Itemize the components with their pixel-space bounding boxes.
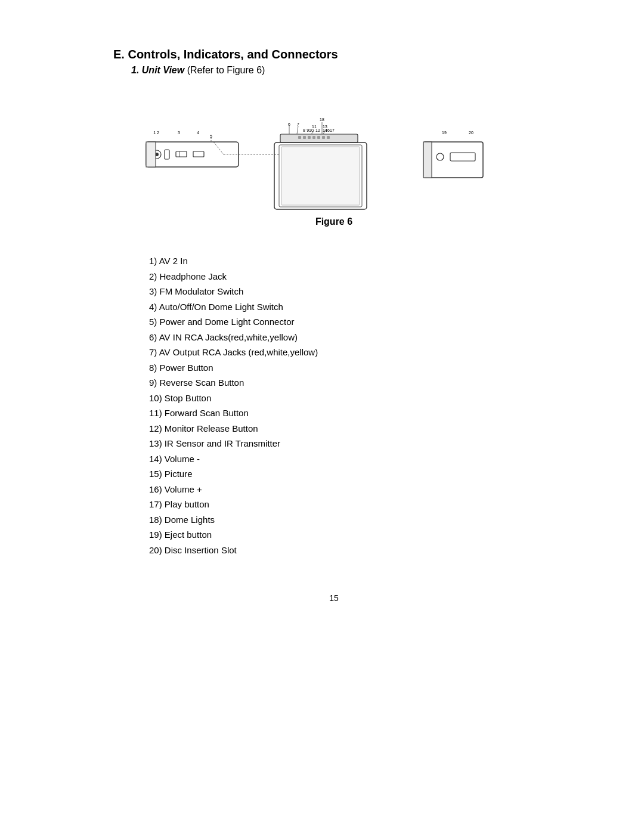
svg-text:20: 20 bbox=[469, 131, 473, 135]
svg-text:19: 19 bbox=[442, 131, 447, 135]
svg-text:1 2: 1 2 bbox=[153, 131, 159, 135]
svg-line-45 bbox=[213, 142, 224, 154]
section-title: E. Controls, Indicators, and Connectors bbox=[113, 48, 555, 61]
svg-rect-12 bbox=[146, 142, 156, 167]
list-item: 9) Reverse Scan Button bbox=[149, 375, 555, 391]
svg-line-35 bbox=[297, 126, 298, 134]
list-item: 14) Volume - bbox=[149, 451, 555, 467]
list-item: 6) AV IN RCA Jacks(red,white,yellow) bbox=[149, 330, 555, 345]
list-item: 8) Power Button bbox=[149, 360, 555, 376]
list-item: 20) Disc Insertion Slot bbox=[149, 543, 555, 558]
list-item: 17) Play button bbox=[149, 497, 555, 512]
list-item: 15) Picture bbox=[149, 466, 555, 482]
items-list: 1) AV 2 In2) Headphone Jack3) FM Modulat… bbox=[149, 253, 555, 558]
svg-rect-7 bbox=[165, 150, 169, 159]
svg-rect-26 bbox=[308, 136, 311, 139]
svg-rect-25 bbox=[303, 136, 306, 139]
list-item: 11) Forward Scan Button bbox=[149, 405, 555, 421]
svg-text:12: 12 bbox=[315, 128, 320, 132]
svg-text:1617: 1617 bbox=[325, 128, 335, 132]
list-item: 19) Eject button bbox=[149, 527, 555, 543]
page-number: 15 bbox=[113, 593, 555, 603]
list-item: 5) Power and Dome Light Connector bbox=[149, 314, 555, 330]
svg-text:6: 6 bbox=[288, 122, 290, 126]
svg-text:18: 18 bbox=[320, 117, 324, 122]
figure-container: 1 2 3 4 5 6 7 18 11 bbox=[113, 85, 555, 239]
list-item: 3) FM Modulator Switch bbox=[149, 284, 555, 299]
list-item: 4) Auto/Off/On Dome Light Switch bbox=[149, 299, 555, 315]
svg-text:7: 7 bbox=[297, 122, 299, 126]
svg-rect-33 bbox=[281, 147, 360, 205]
svg-text:910: 910 bbox=[306, 128, 314, 132]
svg-rect-43 bbox=[450, 153, 475, 161]
svg-rect-8 bbox=[176, 151, 187, 157]
list-item: 2) Headphone Jack bbox=[149, 269, 555, 284]
list-item: 18) Dome Lights bbox=[149, 512, 555, 528]
svg-point-42 bbox=[436, 153, 444, 160]
list-item: 12) Monitor Release Button bbox=[149, 421, 555, 436]
subsection-title: 1. Unit View (Refer to Figure 6) bbox=[131, 65, 555, 76]
list-item: 16) Volume + bbox=[149, 482, 555, 497]
svg-text:5: 5 bbox=[210, 134, 212, 138]
list-item: 1) AV 2 In bbox=[149, 253, 555, 269]
list-item: 13) IR Sensor and IR Transmitter bbox=[149, 436, 555, 451]
svg-text:3: 3 bbox=[178, 131, 180, 135]
svg-rect-29 bbox=[322, 136, 325, 139]
figure-label: Figure 6 bbox=[315, 216, 352, 227]
unit-view-diagram: 1 2 3 4 5 6 7 18 11 bbox=[119, 85, 549, 216]
svg-rect-27 bbox=[312, 136, 315, 139]
svg-rect-30 bbox=[327, 136, 330, 139]
svg-rect-44 bbox=[423, 142, 432, 178]
svg-rect-24 bbox=[298, 136, 301, 139]
list-item: 10) Stop Button bbox=[149, 391, 555, 406]
svg-rect-41 bbox=[423, 142, 483, 178]
list-item: 7) AV Output RCA Jacks (red,white,yellow… bbox=[149, 345, 555, 360]
svg-text:8: 8 bbox=[303, 128, 305, 132]
svg-text:4: 4 bbox=[197, 131, 199, 135]
svg-rect-28 bbox=[317, 136, 320, 139]
svg-rect-10 bbox=[193, 151, 204, 157]
